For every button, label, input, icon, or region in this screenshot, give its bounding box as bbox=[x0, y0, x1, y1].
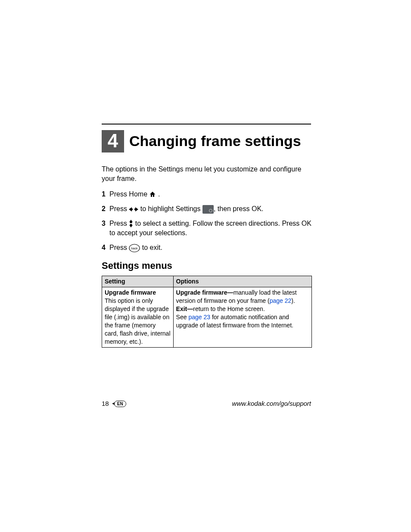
left-right-arrows-icon bbox=[129, 205, 138, 210]
link-page-23[interactable]: page 23 bbox=[188, 314, 210, 320]
table-row-upgrade-firmware: Upgrade firmware This option is only dis… bbox=[102, 287, 312, 348]
step-1: Press Home . bbox=[102, 190, 312, 199]
option-see-page-23: See page 23 for automatic notification a… bbox=[176, 313, 309, 330]
settings-icon bbox=[202, 205, 214, 214]
page-number: 18 bbox=[102, 400, 109, 407]
step-3: Press to select a setting. Follow the sc… bbox=[102, 219, 312, 238]
step-2-text-a: Press bbox=[109, 205, 129, 212]
step-3-text-a: Press bbox=[109, 220, 129, 227]
svg-text:back: back bbox=[131, 247, 138, 250]
manual-page: 4 Changing frame settings The options in… bbox=[0, 0, 411, 532]
support-url[interactable]: www.kodak.com/go/support bbox=[232, 400, 311, 407]
up-down-arrows-icon bbox=[129, 220, 133, 227]
page-footer: 18 EN www.kodak.com/go/support bbox=[102, 400, 311, 407]
top-rule bbox=[102, 124, 311, 124]
svg-rect-1 bbox=[152, 195, 153, 197]
step-1-text-b: . bbox=[156, 190, 160, 198]
setting-cell: Upgrade firmware This option is only dis… bbox=[102, 287, 174, 348]
step-4-text-b: to exit. bbox=[140, 244, 162, 251]
step-2: Press to highlight Settings , then press… bbox=[102, 204, 312, 214]
step-list: Press Home . Press to highlight Settings… bbox=[102, 190, 312, 252]
back-button-icon: back bbox=[129, 244, 140, 252]
table-header-row: Setting Options bbox=[102, 276, 312, 287]
option-2-label: Exit— bbox=[176, 305, 193, 312]
col-setting-header: Setting bbox=[102, 276, 174, 287]
options-cell: Upgrade firmware—manually load the lates… bbox=[173, 287, 311, 348]
step-4: Press back to exit. bbox=[102, 243, 312, 252]
col-options-header: Options bbox=[173, 276, 311, 287]
chapter-number-box: 4 bbox=[102, 130, 124, 152]
step-4-text-a: Press bbox=[109, 244, 129, 251]
step-2-text-c: , then press OK. bbox=[214, 205, 264, 212]
step-2-text-b: to highlight Settings bbox=[138, 205, 202, 212]
option-3-text-a: See bbox=[176, 314, 189, 320]
chapter-title: Changing frame settings bbox=[129, 130, 301, 152]
home-icon bbox=[149, 190, 156, 196]
section-heading: Settings menus bbox=[102, 260, 312, 271]
link-page-22[interactable]: page 22 bbox=[270, 297, 292, 304]
option-2-text: return to the Home screen. bbox=[193, 305, 265, 312]
setting-note: This option is only displayed if the upg… bbox=[105, 297, 171, 345]
intro-paragraph: The options in the Settings menu let you… bbox=[102, 165, 312, 184]
step-3-text-b: to select a setting. Follow the screen d… bbox=[109, 220, 311, 236]
option-exit: Exit—return to the Home screen. bbox=[176, 305, 309, 313]
option-1-text-b: ). bbox=[291, 297, 295, 304]
option-upgrade-firmware: Upgrade firmware—manually load the lates… bbox=[176, 289, 309, 305]
step-1-text-a: Press Home bbox=[109, 190, 149, 198]
option-1-label: Upgrade firmware— bbox=[176, 289, 234, 296]
language-badge: EN bbox=[114, 401, 126, 407]
chapter-header: 4 Changing frame settings bbox=[102, 130, 312, 152]
setting-name: Upgrade firmware bbox=[105, 289, 171, 297]
settings-table: Setting Options Upgrade firmware This op… bbox=[102, 276, 312, 348]
